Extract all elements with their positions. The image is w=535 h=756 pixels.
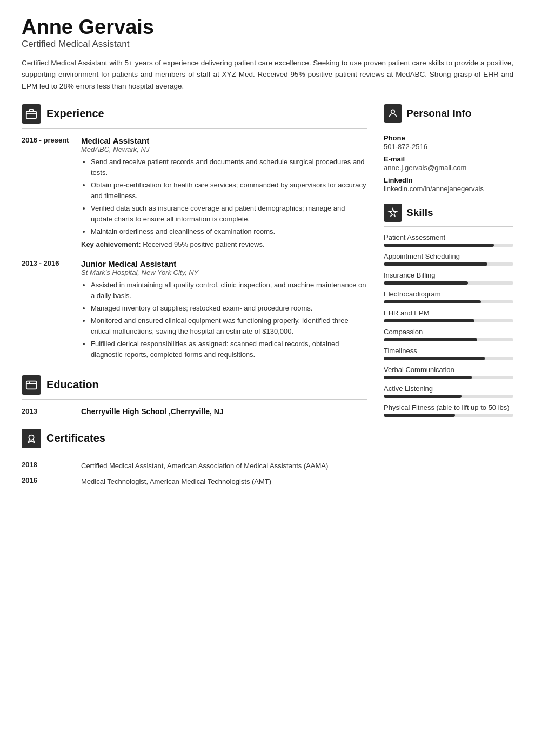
experience-item: 2013 - 2016 Junior Medical Assistant St … [22,259,367,362]
exp-content: Medical Assistant MedABC, Newark, NJ Sen… [81,136,367,248]
skills-header: Skills [384,204,513,222]
certificates-section-header: Certificates [22,429,367,448]
linkedin-label: LinkedIn [384,176,513,184]
left-column: Experience 2016 - present Medical Assist… [22,104,367,500]
exp-date: 2013 - 2016 [22,259,70,362]
exp-bullet: Fulfilled clerical responsibilities as a… [91,339,367,360]
education-icon [22,375,41,395]
edu-date: 2013 [22,407,70,416]
skill-name: Timeliness [384,347,513,355]
skill-bar-container [384,244,513,247]
exp-bullet: Assisted in maintaining all quality cont… [91,280,367,301]
experience-icon [22,104,41,124]
cert-date: 2016 [22,476,70,487]
skill-bar-fill [384,376,472,379]
certificate-item: 2018 Certified Medical Assistant, Americ… [22,461,367,471]
skill-bar-fill [384,338,477,341]
skill-name: Insurance Billing [384,271,513,279]
skill-item: Compassion [384,328,513,341]
candidate-summary: Certified Medical Assistant with 5+ year… [22,57,513,92]
svg-rect-2 [26,381,36,389]
skill-name: Compassion [384,328,513,336]
phone-value: 501-872-2516 [384,143,513,151]
skill-bar-fill [384,357,485,360]
skill-bar-fill [384,244,494,247]
exp-bullets: Send and receive patient records and doc… [81,157,367,238]
right-column: Personal Info Phone 501-872-2516 E-mail … [384,104,513,500]
experience-title: Experience [46,107,104,120]
exp-content: Junior Medical Assistant St Mark's Hospi… [81,259,367,362]
exp-bullet: Obtain pre-certification for health care… [91,180,367,201]
personal-info-header: Personal Info [384,104,513,123]
skill-bar-fill [384,262,487,266]
skill-name: Verbal Communication [384,366,513,374]
skill-bar-container [384,376,513,379]
svg-point-3 [29,381,30,383]
skills-section: Skills Patient Assessment Appointment Sc… [384,204,513,417]
skill-bar-fill [384,395,462,398]
skill-bar-container [384,300,513,303]
phone-label: Phone [384,134,513,142]
skill-bar-fill [384,414,455,417]
skill-bar-container [384,281,513,285]
skill-name: Patient Assessment [384,233,513,241]
experience-item: 2016 - present Medical Assistant MedABC,… [22,136,367,248]
main-layout: Experience 2016 - present Medical Assist… [22,104,513,500]
skill-item: Verbal Communication [384,366,513,379]
resume-header: Anne Gervais Certified Medical Assistant… [22,16,513,92]
candidate-name: Anne Gervais [22,16,513,39]
exp-date: 2016 - present [22,136,70,248]
skill-item: Insurance Billing [384,271,513,285]
skill-name: Physical Fitness (able to lift up to 50 … [384,403,513,411]
skill-bar-fill [384,319,474,322]
linkedin-value: linkedin.com/in/annejanegervais [384,185,513,193]
cert-date: 2018 [22,461,70,471]
exp-bullet: Monitored and ensured clinical equipment… [91,315,367,337]
svg-point-5 [391,110,395,113]
skill-name: Electrocardiogram [384,290,513,298]
skill-bar-container [384,262,513,266]
skill-item: Appointment Scheduling [384,252,513,266]
svg-point-4 [29,435,34,440]
skill-name: Active Listening [384,384,513,393]
skills-divider [384,226,513,227]
certificates-title: Certificates [46,432,105,444]
certificates-section: Certificates 2018 Certified Medical Assi… [22,429,367,487]
exp-bullet: Managed inventory of supplies; restocked… [91,303,367,314]
edu-school: Cherryville High School ,Cherryville, NJ [81,407,224,416]
skill-bar-container [384,357,513,360]
skill-item: Patient Assessment [384,233,513,247]
svg-rect-0 [26,111,36,118]
personal-info-icon [384,104,402,123]
certificates-divider [22,453,367,453]
skill-bar-container [384,338,513,341]
exp-bullets: Assisted in maintaining all quality cont… [81,280,367,361]
education-section-header: Education [22,375,367,395]
certificates-list: 2018 Certified Medical Assistant, Americ… [22,461,367,487]
skill-name: EHR and EPM [384,309,513,317]
education-list: 2013 Cherryville High School ,Cherryvill… [22,407,367,416]
certificate-item: 2016 Medical Technologist, American Medi… [22,476,367,487]
skills-icon [384,204,402,222]
certificates-icon [22,429,41,448]
exp-company: St Mark's Hospital, New York City, NY [81,268,367,276]
cert-text: Medical Technologist, American Medical T… [81,476,271,487]
education-item: 2013 Cherryville High School ,Cherryvill… [22,407,367,416]
education-divider [22,399,367,400]
cert-text: Certified Medical Assistant, American As… [81,461,328,471]
key-achievement: Key achievement: Received 95% positive p… [81,240,367,248]
skill-bar-fill [384,300,481,303]
skill-bar-container [384,414,513,417]
skill-bar-container [384,395,513,398]
experience-list: 2016 - present Medical Assistant MedABC,… [22,136,367,362]
skill-bar-container [384,319,513,322]
experience-section: Experience 2016 - present Medical Assist… [22,104,367,362]
personal-info-section: Personal Info Phone 501-872-2516 E-mail … [384,104,513,193]
skill-name: Appointment Scheduling [384,252,513,260]
email-value: anne.j.gervais@gmail.com [384,164,513,172]
exp-job-title: Junior Medical Assistant [81,259,367,268]
personal-info-divider [384,127,513,127]
skill-item: Timeliness [384,347,513,360]
skill-item: Active Listening [384,384,513,398]
skill-item: EHR and EPM [384,309,513,322]
